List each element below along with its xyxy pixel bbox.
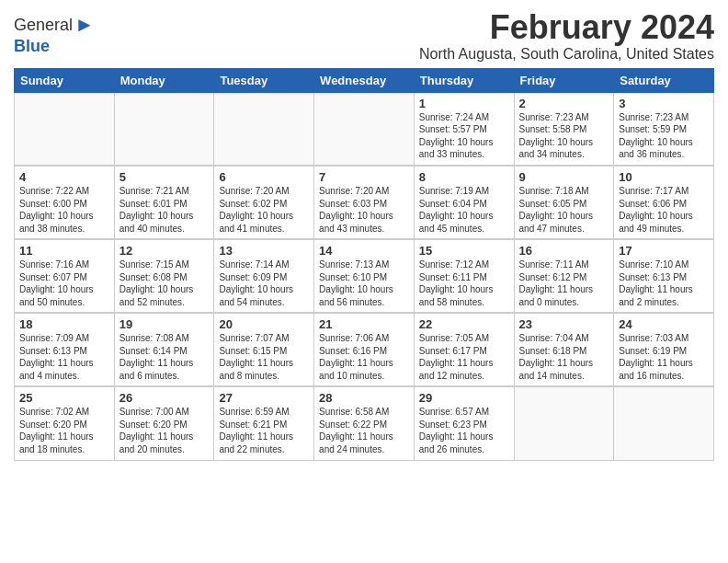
cell-text: Sunrise: 7:14 AM bbox=[219, 259, 309, 271]
cell-text: Daylight: 11 hours bbox=[419, 431, 509, 443]
cell-text: and 38 minutes. bbox=[19, 223, 109, 236]
day-number: 17 bbox=[619, 244, 709, 258]
cell-text: Daylight: 11 hours bbox=[319, 357, 409, 370]
logo: General ► Blue bbox=[14, 13, 95, 56]
cell-text: Sunset: 6:21 PM bbox=[219, 419, 309, 431]
cell-text: and 12 minutes. bbox=[419, 370, 509, 383]
location-title: North Augusta, South Carolina, United St… bbox=[419, 46, 714, 63]
calendar-cell bbox=[114, 92, 214, 166]
calendar-cell: 29Sunrise: 6:57 AMSunset: 6:23 PMDayligh… bbox=[414, 386, 514, 460]
cell-text: Sunrise: 7:16 AM bbox=[19, 259, 109, 271]
day-number: 26 bbox=[119, 391, 210, 405]
cell-text: Sunset: 6:13 PM bbox=[19, 345, 109, 358]
calendar-cell bbox=[514, 386, 614, 460]
cell-text: Sunset: 6:16 PM bbox=[319, 345, 409, 358]
calendar-cell bbox=[314, 92, 415, 166]
cell-text: Daylight: 10 hours bbox=[119, 210, 210, 223]
day-number: 19 bbox=[119, 317, 210, 331]
calendar-cell: 10Sunrise: 7:17 AMSunset: 6:06 PMDayligh… bbox=[614, 166, 714, 239]
calendar-cell: 1Sunrise: 7:24 AMSunset: 5:57 PMDaylight… bbox=[414, 92, 514, 166]
month-title: February 2024 bbox=[419, 9, 714, 46]
cell-text: Daylight: 11 hours bbox=[619, 283, 709, 296]
cell-text: Sunset: 6:23 PM bbox=[419, 419, 509, 431]
cell-text: Daylight: 10 hours bbox=[419, 136, 509, 149]
day-number: 5 bbox=[119, 170, 210, 184]
cell-text: Sunset: 6:07 PM bbox=[19, 271, 109, 284]
cell-text: Daylight: 11 hours bbox=[419, 357, 509, 370]
day-number: 1 bbox=[419, 97, 509, 110]
cell-text: and 6 minutes. bbox=[119, 370, 210, 383]
cell-text: and 4 minutes. bbox=[19, 370, 109, 383]
cell-text: Sunset: 5:57 PM bbox=[419, 123, 509, 136]
day-header-friday: Friday bbox=[514, 68, 614, 92]
day-header-thursday: Thursday bbox=[414, 68, 514, 92]
cell-text: Daylight: 11 hours bbox=[319, 431, 409, 443]
day-number: 20 bbox=[219, 317, 309, 331]
day-number: 27 bbox=[219, 391, 309, 405]
cell-text: and 56 minutes. bbox=[319, 296, 409, 309]
calendar-cell: 28Sunrise: 6:58 AMSunset: 6:22 PMDayligh… bbox=[314, 386, 415, 460]
cell-text: Sunrise: 7:02 AM bbox=[19, 406, 109, 419]
cell-text: Daylight: 10 hours bbox=[19, 210, 109, 223]
cell-text: and 14 minutes. bbox=[519, 370, 609, 383]
cell-text: Sunrise: 7:18 AM bbox=[519, 185, 609, 198]
day-number: 24 bbox=[619, 317, 709, 331]
cell-text: Sunrise: 7:13 AM bbox=[319, 259, 409, 271]
calendar-cell: 3Sunrise: 7:23 AMSunset: 5:59 PMDaylight… bbox=[614, 92, 714, 166]
calendar-cell: 26Sunrise: 7:00 AMSunset: 6:20 PMDayligh… bbox=[114, 386, 214, 460]
day-number: 12 bbox=[119, 244, 210, 258]
calendar-cell: 14Sunrise: 7:13 AMSunset: 6:10 PMDayligh… bbox=[314, 239, 415, 313]
day-header-sunday: Sunday bbox=[15, 68, 115, 92]
day-header-tuesday: Tuesday bbox=[214, 68, 314, 92]
calendar-cell: 6Sunrise: 7:20 AMSunset: 6:02 PMDaylight… bbox=[214, 166, 314, 239]
day-number: 16 bbox=[519, 244, 609, 258]
cell-text: Sunrise: 7:21 AM bbox=[119, 185, 210, 198]
cell-text: and 18 minutes. bbox=[19, 443, 109, 456]
day-number: 29 bbox=[419, 391, 509, 405]
cell-text: Daylight: 10 hours bbox=[619, 210, 709, 223]
cell-text: and 24 minutes. bbox=[319, 443, 409, 456]
week-row-2: 4Sunrise: 7:22 AMSunset: 6:00 PMDaylight… bbox=[15, 166, 714, 239]
cell-text: Daylight: 11 hours bbox=[119, 431, 210, 443]
cell-text: Sunrise: 6:59 AM bbox=[219, 406, 309, 419]
cell-text: Sunrise: 7:17 AM bbox=[619, 185, 709, 198]
cell-text: Sunset: 6:20 PM bbox=[19, 419, 109, 431]
cell-text: Sunset: 6:03 PM bbox=[319, 198, 409, 211]
day-number: 9 bbox=[519, 170, 609, 184]
cell-text: Sunset: 6:17 PM bbox=[419, 345, 509, 358]
cell-text: Daylight: 11 hours bbox=[19, 431, 109, 443]
cell-text: and 43 minutes. bbox=[319, 223, 409, 236]
cell-text: Sunset: 5:59 PM bbox=[619, 123, 709, 136]
day-number: 15 bbox=[419, 244, 509, 258]
cell-text: and 20 minutes. bbox=[119, 443, 210, 456]
cell-text: Sunrise: 7:11 AM bbox=[519, 259, 609, 271]
main-container: General ► Blue February 2024 North Augus… bbox=[0, 0, 728, 465]
cell-text: and 58 minutes. bbox=[419, 296, 509, 309]
calendar-cell: 17Sunrise: 7:10 AMSunset: 6:13 PMDayligh… bbox=[614, 239, 714, 313]
day-number: 3 bbox=[619, 97, 709, 110]
cell-text: and 50 minutes. bbox=[19, 296, 109, 309]
cell-text: and 52 minutes. bbox=[119, 296, 210, 309]
cell-text: Sunrise: 7:23 AM bbox=[619, 111, 709, 124]
cell-text: Sunset: 6:00 PM bbox=[19, 198, 109, 211]
calendar-cell: 25Sunrise: 7:02 AMSunset: 6:20 PMDayligh… bbox=[15, 386, 115, 460]
day-number: 4 bbox=[19, 170, 109, 184]
cell-text: and 36 minutes. bbox=[619, 148, 709, 161]
cell-text: and 26 minutes. bbox=[419, 443, 509, 456]
logo-blue-text: Blue bbox=[14, 37, 50, 56]
cell-text: Sunset: 6:02 PM bbox=[219, 198, 309, 211]
calendar-cell: 15Sunrise: 7:12 AMSunset: 6:11 PMDayligh… bbox=[414, 239, 514, 313]
calendar-cell bbox=[614, 386, 714, 460]
day-number: 7 bbox=[319, 170, 409, 184]
cell-text: Daylight: 11 hours bbox=[519, 357, 609, 370]
cell-text: Sunrise: 6:58 AM bbox=[319, 406, 409, 419]
cell-text: Sunset: 6:18 PM bbox=[519, 345, 609, 358]
cell-text: Daylight: 10 hours bbox=[519, 136, 609, 149]
calendar-cell: 18Sunrise: 7:09 AMSunset: 6:13 PMDayligh… bbox=[15, 313, 115, 386]
day-header-wednesday: Wednesday bbox=[314, 68, 415, 92]
cell-text: Daylight: 11 hours bbox=[119, 357, 210, 370]
logo-general-text: General bbox=[14, 16, 73, 35]
calendar-table: SundayMondayTuesdayWednesdayThursdayFrid… bbox=[14, 68, 714, 461]
title-section: February 2024 North Augusta, South Carol… bbox=[419, 9, 714, 63]
cell-text: Sunrise: 7:03 AM bbox=[619, 332, 709, 345]
